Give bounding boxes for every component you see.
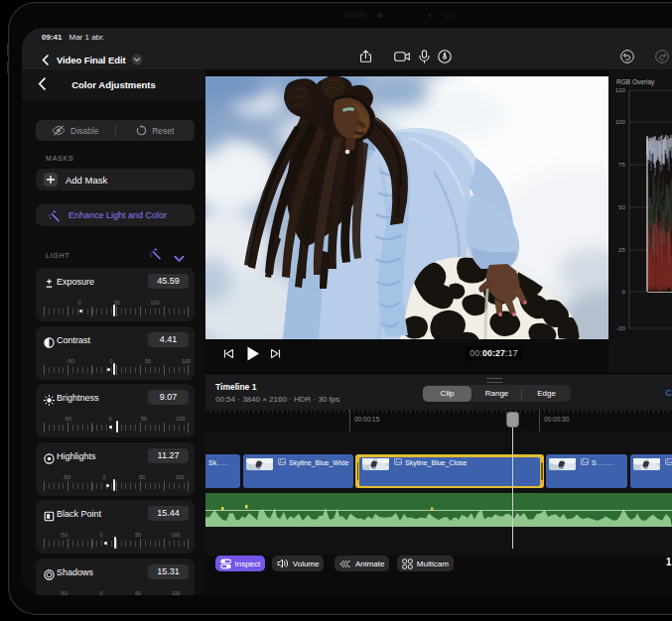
svg-text:75: 75 [618,161,625,168]
svg-text:25: 25 [618,246,625,253]
svg-text:50: 50 [618,203,625,210]
svg-text:-20: -20 [616,324,626,331]
svg-text:0: 0 [622,288,626,295]
svg-text:100: 100 [615,118,626,125]
svg-text:120: 120 [615,86,626,93]
svg-text:RGB Overlay: RGB Overlay [616,78,655,86]
